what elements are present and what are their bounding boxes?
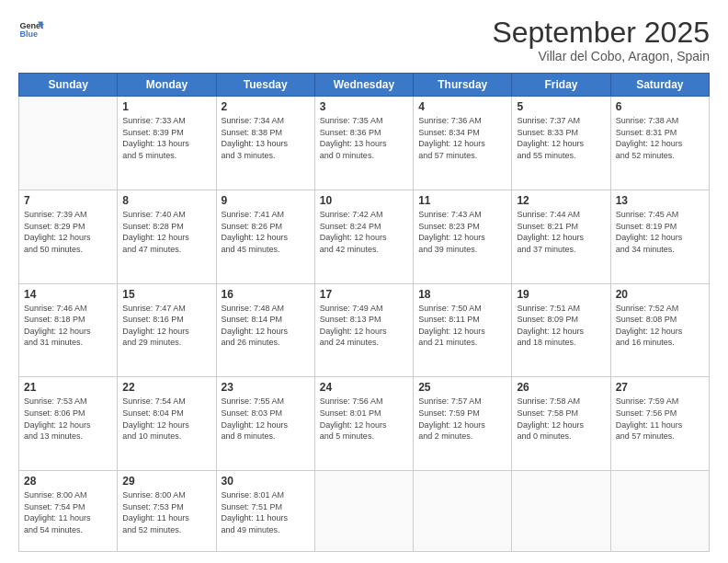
calendar-cell: 12Sunrise: 7:44 AMSunset: 8:21 PMDayligh… — [512, 190, 610, 283]
day-info: Sunrise: 7:50 AMSunset: 8:11 PMDaylight:… — [418, 303, 506, 349]
day-info: Sunrise: 7:40 AMSunset: 8:28 PMDaylight:… — [122, 209, 210, 255]
day-number: 3 — [320, 100, 408, 113]
day-number: 7 — [24, 194, 112, 207]
day-info: Sunrise: 7:34 AMSunset: 8:38 PMDaylight:… — [222, 115, 310, 161]
calendar-cell: 22Sunrise: 7:54 AMSunset: 8:04 PMDayligh… — [118, 377, 216, 471]
day-number: 12 — [517, 194, 605, 207]
calendar-cell: 21Sunrise: 7:53 AMSunset: 8:06 PMDayligh… — [19, 377, 118, 471]
logo-icon: General Blue — [18, 17, 44, 42]
calendar-cell: 13Sunrise: 7:45 AMSunset: 8:19 PMDayligh… — [610, 190, 709, 283]
calendar-cell — [414, 471, 512, 552]
day-info: Sunrise: 7:51 AMSunset: 8:09 PMDaylight:… — [517, 303, 605, 349]
day-number: 30 — [222, 475, 310, 488]
day-info: Sunrise: 7:41 AMSunset: 8:26 PMDaylight:… — [222, 209, 310, 255]
logo: General Blue General Blue — [18, 17, 44, 42]
calendar-cell: 5Sunrise: 7:37 AMSunset: 8:33 PMDaylight… — [512, 97, 610, 190]
day-number: 20 — [616, 288, 704, 301]
day-info: Sunrise: 7:54 AMSunset: 8:04 PMDaylight:… — [122, 396, 210, 442]
day-number: 11 — [418, 194, 506, 207]
day-info: Sunrise: 7:48 AMSunset: 8:14 PMDaylight:… — [222, 303, 310, 349]
month-title: September 2025 — [492, 17, 710, 49]
day-number: 29 — [122, 475, 210, 488]
day-number: 10 — [320, 194, 408, 207]
day-info: Sunrise: 7:56 AMSunset: 8:01 PMDaylight:… — [320, 396, 408, 442]
header-friday: Friday — [512, 74, 610, 97]
calendar-cell: 15Sunrise: 7:47 AMSunset: 8:16 PMDayligh… — [118, 283, 216, 377]
day-number: 14 — [24, 288, 112, 301]
day-number: 17 — [320, 288, 408, 301]
day-info: Sunrise: 7:49 AMSunset: 8:13 PMDaylight:… — [320, 303, 408, 349]
day-info: Sunrise: 7:47 AMSunset: 8:16 PMDaylight:… — [122, 303, 210, 349]
day-number: 27 — [616, 381, 704, 394]
calendar-cell: 27Sunrise: 7:59 AMSunset: 7:56 PMDayligh… — [610, 377, 709, 471]
calendar-cell: 11Sunrise: 7:43 AMSunset: 8:23 PMDayligh… — [414, 190, 512, 283]
calendar-cell: 4Sunrise: 7:36 AMSunset: 8:34 PMDaylight… — [414, 97, 512, 190]
calendar-cell: 16Sunrise: 7:48 AMSunset: 8:14 PMDayligh… — [216, 283, 314, 377]
calendar-cell — [19, 97, 118, 190]
header-saturday: Saturday — [610, 74, 709, 97]
day-number: 23 — [222, 381, 310, 394]
calendar-cell: 7Sunrise: 7:39 AMSunset: 8:29 PMDaylight… — [19, 190, 118, 283]
day-number: 25 — [418, 381, 506, 394]
title-block: September 2025 Villar del Cobo, Aragon, … — [492, 17, 710, 63]
day-number: 4 — [418, 100, 506, 113]
calendar-cell — [314, 471, 413, 552]
header-wednesday: Wednesday — [314, 74, 413, 97]
calendar-cell: 6Sunrise: 7:38 AMSunset: 8:31 PMDaylight… — [610, 97, 709, 190]
day-info: Sunrise: 7:39 AMSunset: 8:29 PMDaylight:… — [24, 209, 112, 255]
calendar-cell: 28Sunrise: 8:00 AMSunset: 7:54 PMDayligh… — [19, 471, 118, 552]
day-number: 1 — [122, 100, 210, 113]
calendar-cell: 2Sunrise: 7:34 AMSunset: 8:38 PMDaylight… — [216, 97, 314, 190]
day-info: Sunrise: 7:37 AMSunset: 8:33 PMDaylight:… — [517, 115, 605, 161]
calendar-cell: 26Sunrise: 7:58 AMSunset: 7:58 PMDayligh… — [512, 377, 610, 471]
calendar-cell: 19Sunrise: 7:51 AMSunset: 8:09 PMDayligh… — [512, 283, 610, 377]
calendar-cell: 8Sunrise: 7:40 AMSunset: 8:28 PMDaylight… — [118, 190, 216, 283]
day-info: Sunrise: 7:42 AMSunset: 8:24 PMDaylight:… — [320, 209, 408, 255]
day-number: 9 — [222, 194, 310, 207]
day-info: Sunrise: 7:38 AMSunset: 8:31 PMDaylight:… — [616, 115, 704, 161]
day-info: Sunrise: 7:43 AMSunset: 8:23 PMDaylight:… — [418, 209, 506, 255]
day-info: Sunrise: 7:46 AMSunset: 8:18 PMDaylight:… — [24, 303, 112, 349]
day-number: 26 — [517, 381, 605, 394]
calendar-cell — [610, 471, 709, 552]
calendar-cell: 1Sunrise: 7:33 AMSunset: 8:39 PMDaylight… — [118, 97, 216, 190]
day-info: Sunrise: 7:45 AMSunset: 8:19 PMDaylight:… — [616, 209, 704, 255]
calendar-cell: 30Sunrise: 8:01 AMSunset: 7:51 PMDayligh… — [216, 471, 314, 552]
day-info: Sunrise: 7:52 AMSunset: 8:08 PMDaylight:… — [616, 303, 704, 349]
day-info: Sunrise: 7:33 AMSunset: 8:39 PMDaylight:… — [122, 115, 210, 161]
calendar-cell: 18Sunrise: 7:50 AMSunset: 8:11 PMDayligh… — [414, 283, 512, 377]
header-monday: Monday — [118, 74, 216, 97]
calendar-cell: 9Sunrise: 7:41 AMSunset: 8:26 PMDaylight… — [216, 190, 314, 283]
day-info: Sunrise: 7:53 AMSunset: 8:06 PMDaylight:… — [24, 396, 112, 442]
day-number: 21 — [24, 381, 112, 394]
weekday-header-row: Sunday Monday Tuesday Wednesday Thursday… — [19, 74, 710, 97]
day-number: 19 — [517, 288, 605, 301]
day-number: 22 — [122, 381, 210, 394]
calendar-cell — [512, 471, 610, 552]
day-number: 24 — [320, 381, 408, 394]
day-info: Sunrise: 8:00 AMSunset: 7:54 PMDaylight:… — [24, 489, 112, 535]
calendar-cell: 3Sunrise: 7:35 AMSunset: 8:36 PMDaylight… — [314, 97, 413, 190]
calendar-cell: 24Sunrise: 7:56 AMSunset: 8:01 PMDayligh… — [314, 377, 413, 471]
day-info: Sunrise: 7:44 AMSunset: 8:21 PMDaylight:… — [517, 209, 605, 255]
day-number: 2 — [222, 100, 310, 113]
header-thursday: Thursday — [414, 74, 512, 97]
day-number: 15 — [122, 288, 210, 301]
day-number: 8 — [122, 194, 210, 207]
day-info: Sunrise: 7:57 AMSunset: 7:59 PMDaylight:… — [418, 396, 506, 442]
day-number: 6 — [616, 100, 704, 113]
calendar-cell: 25Sunrise: 7:57 AMSunset: 7:59 PMDayligh… — [414, 377, 512, 471]
svg-text:Blue: Blue — [19, 29, 38, 39]
day-info: Sunrise: 7:59 AMSunset: 7:56 PMDaylight:… — [616, 396, 704, 442]
day-number: 18 — [418, 288, 506, 301]
page: General Blue General Blue September 2025… — [0, 0, 728, 563]
day-number: 13 — [616, 194, 704, 207]
calendar-cell: 23Sunrise: 7:55 AMSunset: 8:03 PMDayligh… — [216, 377, 314, 471]
day-info: Sunrise: 7:36 AMSunset: 8:34 PMDaylight:… — [418, 115, 506, 161]
calendar-cell: 20Sunrise: 7:52 AMSunset: 8:08 PMDayligh… — [610, 283, 709, 377]
day-number: 5 — [517, 100, 605, 113]
calendar-cell: 17Sunrise: 7:49 AMSunset: 8:13 PMDayligh… — [314, 283, 413, 377]
day-info: Sunrise: 8:01 AMSunset: 7:51 PMDaylight:… — [222, 489, 310, 535]
calendar-cell: 14Sunrise: 7:46 AMSunset: 8:18 PMDayligh… — [19, 283, 118, 377]
calendar-cell: 10Sunrise: 7:42 AMSunset: 8:24 PMDayligh… — [314, 190, 413, 283]
